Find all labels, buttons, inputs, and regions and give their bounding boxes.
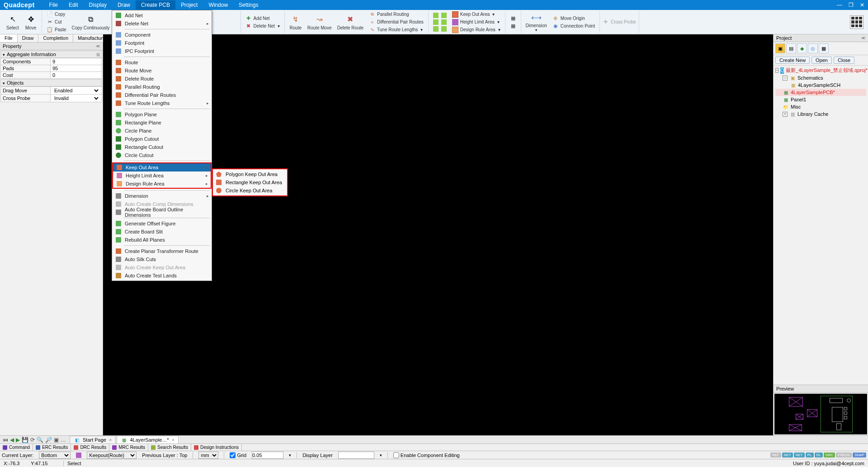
result-tab-search-results[interactable]: Search Results <box>148 444 191 451</box>
fit-icon[interactable]: ▣ <box>54 437 59 443</box>
close-icon[interactable]: ✕ <box>860 2 864 8</box>
tab-close-icon[interactable]: × <box>172 437 175 443</box>
delete-route-button[interactable]: ✖Delete Route <box>335 13 366 31</box>
menu-item-polygon-plane[interactable]: Polygon Plane <box>112 110 212 119</box>
menu-settings[interactable]: Settings <box>233 0 264 10</box>
preview-canvas[interactable] <box>774 394 867 434</box>
menu-item-height-limit-area[interactable]: Height Limit Area▸ <box>113 172 211 180</box>
keep-out-button[interactable]: Keep Out Area▾ <box>451 11 501 18</box>
grid-input[interactable] <box>252 452 283 459</box>
tab-file[interactable]: File <box>0 34 18 42</box>
plane-grid-1[interactable] <box>432 12 448 19</box>
tab-close-icon[interactable]: × <box>109 437 112 443</box>
status-badge-net[interactable]: NET <box>794 453 805 457</box>
delete-net-button[interactable]: ✖Delete Net▾ <box>245 22 281 29</box>
menu-item-footprint[interactable]: Footprint <box>112 39 212 47</box>
more-icon[interactable]: … <box>61 437 66 443</box>
menu-item-parallel-routing[interactable]: Parallel Routing <box>112 83 212 91</box>
drag-move-select[interactable]: Enabled <box>52 87 100 94</box>
move-origin-button[interactable]: ⊕Move Origin <box>552 14 596 22</box>
result-tab-command[interactable]: Command <box>0 444 33 451</box>
objects-header[interactable]: Objects <box>0 79 102 86</box>
menu-item-design-rule-area[interactable]: Design Rule Area▸ <box>113 180 211 188</box>
tree-sch-file[interactable]: ▦4LayerSampleSCH <box>775 81 866 89</box>
display-layer-input[interactable] <box>338 452 374 459</box>
tree-misc[interactable]: 📁Misc <box>775 103 866 110</box>
expand-icon[interactable]: − <box>775 68 778 73</box>
submenu-item-polygon-keep-out-area[interactable]: Polygon Keep Out Area <box>213 170 287 178</box>
grid-checkbox[interactable]: Grid <box>230 452 246 459</box>
copy-button[interactable]: 📄Copy <box>46 11 67 18</box>
menu-item-add-net[interactable]: Add Net <box>112 11 212 19</box>
display-layer-dropdown-icon[interactable]: ▾ <box>380 453 382 457</box>
nav-next-icon[interactable]: ▶ <box>16 437 20 443</box>
tree-libcache[interactable]: +▥Library Cache <box>775 110 866 118</box>
dimension-button[interactable]: ⟷Dimension▾ <box>523 11 550 33</box>
tree-pcb-file[interactable]: ▦4LayerSamplePCB* <box>775 89 866 96</box>
menu-item-dimension[interactable]: Dimension▸ <box>112 192 212 200</box>
result-tab-drc-results[interactable]: DRC Results <box>71 444 109 451</box>
menu-item-ipc-footprint[interactable]: IPC Footprint <box>112 47 212 55</box>
copy-continuously-button[interactable]: ⧉ Copy Continuously <box>69 13 113 31</box>
status-badge-dl[interactable]: DL <box>815 453 823 457</box>
pin-icon[interactable]: ≪ <box>861 36 865 40</box>
nav-first-icon[interactable]: ⏮ <box>3 437 8 443</box>
cross-probe-button[interactable]: ✛Cross Probe <box>602 19 637 26</box>
add-net-button[interactable]: ✚Add Net <box>245 14 281 22</box>
proj-view-5[interactable]: ▦ <box>819 43 829 53</box>
tree-panel[interactable]: ▦Panel1 <box>775 96 866 103</box>
close-button[interactable]: Close <box>834 57 854 64</box>
maximize-icon[interactable]: ❐ <box>849 2 854 8</box>
tree-schematics[interactable]: −▣Schematics <box>775 74 866 81</box>
result-tab-design-instructions[interactable]: Design Instructions <box>191 444 242 451</box>
status-badge-pl[interactable]: PL <box>806 453 814 457</box>
zoom-out-icon[interactable]: 🔎 <box>45 437 52 443</box>
menu-item-auto-create-board-outline-dimensions[interactable]: Auto Create Board Outline Dimensions <box>112 208 212 216</box>
route-button[interactable]: ↯Route <box>287 13 305 31</box>
menu-item-component[interactable]: Component <box>112 31 212 39</box>
menu-item-rectangle-plane[interactable]: Rectangle Plane <box>112 119 212 127</box>
route-move-button[interactable]: ↝Route Move <box>305 13 335 31</box>
status-badge-press[interactable]: PRESS <box>836 453 852 457</box>
nav-prev-icon[interactable]: ◀ <box>10 437 14 443</box>
menu-item-delete-net[interactable]: Delete Net▸ <box>112 19 212 28</box>
menu-item-rebuild-all-planes[interactable]: Rebuild All Planes <box>112 236 212 244</box>
menu-item-circle-cutout[interactable]: Circle Cutout <box>112 151 212 159</box>
menu-item-keep-out-area[interactable]: Keep Out Area▸ <box>113 163 211 172</box>
diff-pair-button[interactable]: ≈Differential Pair Routes <box>368 19 425 26</box>
menu-item-auto-create-test-lands[interactable]: Auto Create Test Lands <box>112 272 212 280</box>
submenu-item-circle-keep-out-area[interactable]: Circle Keep Out Area <box>213 186 287 195</box>
parallel-routing-button[interactable]: ≋Parallel Routing <box>368 11 425 18</box>
menu-item-tune-route-lengths[interactable]: Tune Route Lengths▸ <box>112 99 212 107</box>
proj-view-2[interactable]: ▤ <box>786 43 796 53</box>
menu-file[interactable]: File <box>44 0 63 10</box>
height-limit-button[interactable]: Height Limit Area▾ <box>451 19 501 26</box>
menu-create-pcb[interactable]: Create PCB <box>136 0 175 10</box>
save-icon[interactable]: 💾 <box>22 437 28 443</box>
unit-select[interactable]: mm <box>198 452 218 459</box>
proj-view-1[interactable]: ▣ <box>775 43 785 53</box>
menu-edit[interactable]: Edit <box>63 0 84 10</box>
proj-view-3[interactable]: ◆ <box>797 43 807 53</box>
menu-item-route-move[interactable]: Route Move <box>112 67 212 75</box>
minimize-icon[interactable]: — <box>837 2 842 8</box>
create-new-button[interactable]: Create New <box>775 57 810 64</box>
expand-icon[interactable]: + <box>783 112 788 117</box>
open-button[interactable]: Open <box>811 57 832 64</box>
cross-probe-select[interactable]: Invalid <box>52 95 100 101</box>
status-badge-drc[interactable]: DRC <box>824 453 835 457</box>
refresh-icon[interactable]: ⟳ <box>30 437 35 443</box>
extra-2[interactable]: ▦ <box>509 22 517 29</box>
menu-item-generate-offset-figure[interactable]: Generate Offset Figure <box>112 219 212 228</box>
submenu-item-rectangle-keep-out-area[interactable]: Rectangle Keep Out Area <box>213 178 287 186</box>
plane-grid-3[interactable] <box>432 26 448 32</box>
status-badge-net[interactable]: NET <box>782 453 793 457</box>
doc-tab-start[interactable]: ◧Start Page× <box>70 436 116 443</box>
menu-item-auto-silk-cuts[interactable]: Auto Silk Cuts <box>112 255 212 263</box>
select-button[interactable]: ↖ Select <box>4 13 22 31</box>
expand-icon[interactable]: − <box>783 76 788 81</box>
menu-item-create-planar-transformer-route[interactable]: Create Planar Transformer Route <box>112 247 212 255</box>
tab-completion[interactable]: Completion <box>38 34 73 42</box>
status-badge-snap[interactable]: SNAP <box>853 453 866 457</box>
cut-button[interactable]: ✂Cut <box>46 19 67 26</box>
